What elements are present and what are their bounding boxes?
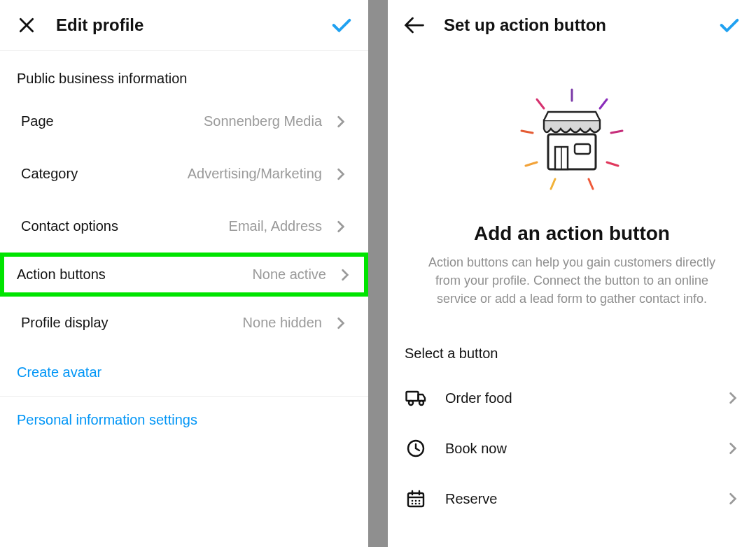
svg-line-2 [600,99,607,108]
storefront-illustration [388,50,756,218]
link-personal-info-settings[interactable]: Personal information settings [0,397,368,443]
svg-point-15 [419,401,424,405]
svg-line-1 [537,99,544,108]
calendar-icon [405,488,427,510]
row-value: Sonnenberg Media [204,113,322,129]
link-create-avatar[interactable]: Create avatar [0,349,368,396]
row-category[interactable]: Category Advertising/Marketing [0,148,368,200]
chevron-right-icon [335,115,347,128]
action-button-setup-screen: Set up action button [388,0,756,547]
svg-point-22 [415,500,417,502]
truck-icon [405,387,427,409]
clock-icon [405,437,427,460]
back-icon[interactable] [402,13,427,38]
section-public-business-info: Public business information [0,51,368,95]
option-book-now[interactable]: Book now [388,423,756,474]
svg-point-23 [419,500,421,502]
row-value: Email, Address [229,218,322,234]
row-contact-options[interactable]: Contact options Email, Address [0,200,368,253]
chevron-right-icon [335,168,347,180]
row-label: Category [21,166,188,182]
svg-line-3 [522,131,533,133]
option-reserve[interactable]: Reserve [388,474,756,524]
row-value: None hidden [243,315,322,331]
svg-point-25 [415,503,417,505]
row-label: Action buttons [17,267,252,283]
row-value: Advertising/Marketing [188,166,322,182]
svg-point-21 [412,500,414,502]
hero-description: Action buttons can help you gain custome… [388,253,756,329]
svg-point-14 [409,401,413,405]
svg-rect-12 [575,144,590,154]
row-label: Page [21,113,204,129]
confirm-icon[interactable] [329,13,354,38]
option-label: Order food [445,390,727,406]
edit-profile-header: Edit profile [0,0,368,51]
chevron-right-icon [339,269,351,281]
svg-point-26 [419,503,421,505]
screen-gap [368,0,388,547]
chevron-right-icon [335,317,347,329]
chevron-right-icon [727,442,739,455]
action-button-header: Set up action button [388,0,756,50]
svg-point-24 [412,503,414,505]
svg-line-4 [611,131,622,133]
option-label: Book now [445,441,727,457]
confirm-icon[interactable] [717,13,742,38]
hero-title: Add an action button [388,218,756,253]
row-action-buttons[interactable]: Action buttons None active [0,253,368,297]
option-label: Reserve [445,491,727,507]
svg-rect-13 [407,392,419,401]
row-label: Profile display [21,315,243,331]
row-profile-display[interactable]: Profile display None hidden [0,297,368,349]
svg-line-5 [526,162,537,166]
edit-profile-screen: Edit profile Public business information… [0,0,368,547]
option-order-food[interactable]: Order food [388,373,756,423]
row-label: Contact options [21,218,229,234]
close-icon[interactable] [14,13,39,38]
page-title: Set up action button [444,15,717,35]
chevron-right-icon [727,492,739,505]
svg-line-7 [551,179,555,189]
row-value: None active [252,267,326,283]
chevron-right-icon [335,220,347,233]
svg-line-8 [589,179,593,189]
select-button-label: Select a button [388,329,756,373]
row-page[interactable]: Page Sonnenberg Media [0,95,368,148]
chevron-right-icon [727,392,739,404]
page-title: Edit profile [56,15,329,35]
svg-line-6 [607,162,618,166]
